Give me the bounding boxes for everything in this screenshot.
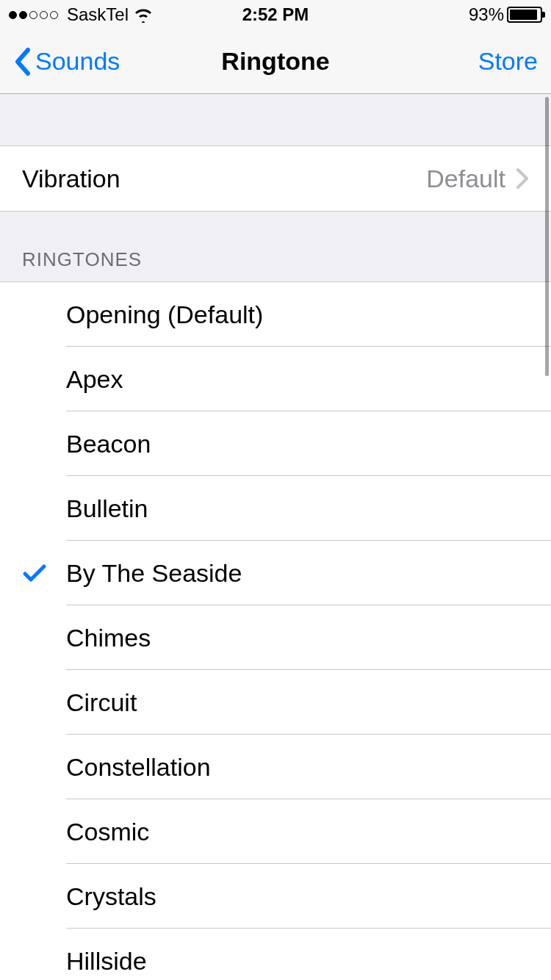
vibration-section: Vibration Default: [0, 145, 551, 212]
vibration-cell[interactable]: Vibration Default: [0, 146, 551, 211]
page-title: Ringtone: [221, 47, 329, 76]
status-right: 93%: [469, 4, 542, 25]
ringtone-label: Apex: [66, 365, 123, 394]
back-button[interactable]: Sounds: [13, 47, 120, 76]
ringtone-item[interactable]: Constellation: [0, 735, 551, 799]
ringtone-label: Chimes: [66, 624, 151, 652]
ringtones-list: Opening (Default)ApexBeaconBulletinBy Th…: [0, 281, 551, 980]
scroll-indicator[interactable]: [545, 97, 549, 376]
chevron-left-icon: [13, 47, 31, 76]
wifi-icon: [133, 7, 154, 23]
signal-strength-icon: [9, 11, 58, 19]
status-bar: SaskTel 2:52 PM 93%: [0, 0, 551, 29]
chevron-right-icon: [516, 167, 529, 190]
ringtone-item[interactable]: Opening (Default): [0, 282, 551, 347]
ringtone-item[interactable]: Chimes: [0, 605, 551, 670]
ringtone-item[interactable]: Crystals: [0, 864, 551, 929]
ringtone-item[interactable]: Circuit: [0, 670, 551, 735]
navigation-bar: Sounds Ringtone Store: [0, 29, 551, 94]
ringtone-label: Crystals: [66, 882, 156, 911]
battery-icon: [507, 7, 542, 23]
section-gap: [0, 94, 551, 145]
ringtone-item[interactable]: Apex: [0, 347, 551, 411]
store-button[interactable]: Store: [478, 47, 538, 76]
ringtone-item[interactable]: Beacon: [0, 411, 551, 476]
ringtone-item[interactable]: By The Seaside: [0, 541, 551, 605]
ringtone-item[interactable]: Cosmic: [0, 799, 551, 864]
checkmark-icon: [22, 562, 47, 584]
ringtone-label: Beacon: [66, 430, 151, 458]
vibration-label: Vibration: [22, 165, 120, 193]
ringtone-label: Constellation: [66, 753, 211, 782]
ringtone-label: Cosmic: [66, 818, 149, 846]
status-left: SaskTel: [9, 4, 154, 25]
status-time: 2:52 PM: [242, 4, 309, 25]
back-label: Sounds: [35, 47, 120, 76]
vibration-value: Default: [426, 165, 505, 193]
ringtone-label: By The Seaside: [66, 559, 242, 588]
battery-fill: [510, 10, 537, 20]
ringtone-label: Hillside: [66, 947, 147, 976]
ringtone-label: Opening (Default): [66, 300, 263, 329]
battery-percent-label: 93%: [469, 4, 504, 25]
ringtones-header: RINGTONES: [0, 212, 551, 281]
carrier-label: SaskTel: [67, 4, 129, 25]
ringtone-label: Bulletin: [66, 494, 148, 523]
ringtone-item[interactable]: Hillside: [0, 929, 551, 980]
ringtone-item[interactable]: Bulletin: [0, 476, 551, 541]
ringtone-label: Circuit: [66, 688, 137, 717]
